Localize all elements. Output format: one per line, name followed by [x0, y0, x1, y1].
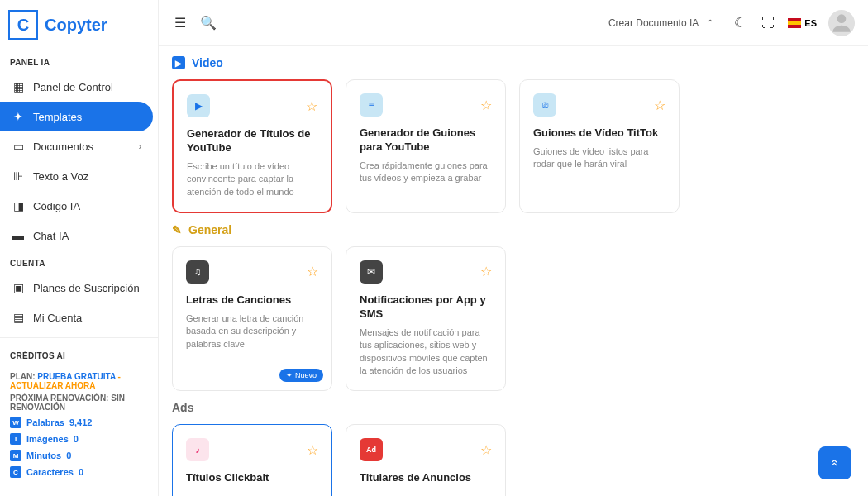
card-notificaciones[interactable]: ✉ ☆ Notificaciones por App y SMS Mensaje… — [346, 246, 506, 391]
star-icon[interactable]: ☆ — [480, 264, 492, 279]
scroll-top-button[interactable]: « — [818, 446, 851, 479]
subscription-icon: ▣ — [12, 281, 25, 294]
logo-text: Copyter — [45, 16, 107, 35]
credit-label: Caracteres — [26, 467, 74, 477]
svg-point-0 — [837, 14, 847, 23]
sidebar-item-chat[interactable]: ▬ Chat IA — [0, 221, 153, 250]
search-icon[interactable]: 🔍 — [200, 15, 217, 31]
credits-block: PLAN: PRUEBA GRATUITA - ACTUALIZAR AHORA… — [0, 365, 158, 484]
plan-prefix: PLAN: — [10, 372, 36, 381]
section-video-header: ▶ Video — [172, 46, 855, 79]
credit-imagenes: I Imágenes 0 — [10, 433, 148, 445]
words-icon: W — [10, 417, 21, 428]
section-general-header: ✎ General — [172, 213, 855, 246]
fullscreen-icon[interactable]: ⛶ — [760, 15, 776, 31]
create-label: Crear Documento IA — [608, 17, 699, 29]
sparkle-icon: ✦ — [286, 371, 293, 379]
logo[interactable]: C Copyter — [0, 0, 158, 50]
images-icon: I — [10, 433, 21, 445]
account-icon: ▤ — [12, 311, 25, 324]
star-icon[interactable]: ☆ — [480, 442, 492, 458]
card-titulares-anuncios[interactable]: Ad ☆ Titulares de Anuncios — [346, 424, 506, 496]
menu-toggle-icon[interactable]: ☰ — [172, 15, 188, 31]
card-title: Notificaciones por App y SMS — [360, 293, 492, 322]
topbar: ☰ 🔍 Crear Documento IA ⌃ ☾ ⛶ ES — [159, 0, 868, 46]
card-tiktok-scripts[interactable]: ⎚ ☆ Guiones de Vídeo TitTok Guiones de v… — [519, 79, 680, 213]
section-label: Ads — [172, 401, 193, 414]
video-cards: ▶ ☆ Generador de Títulos de YouTube Escr… — [172, 79, 855, 213]
credit-value: 0 — [74, 434, 79, 444]
star-icon[interactable]: ☆ — [307, 442, 318, 458]
credit-label: Imágenes — [26, 434, 69, 444]
card-youtube-titles[interactable]: ▶ ☆ Generador de Títulos de YouTube Escr… — [172, 79, 332, 213]
card-desc: Crea rápidamente guiones para tus vídeos… — [360, 160, 492, 185]
templates-icon: ✦ — [12, 110, 25, 123]
credit-caracteres: C Caracteres 0 — [10, 466, 148, 478]
card-title: Generador de Guiones para YouTube — [360, 126, 492, 155]
card-title: Guiones de Vídeo TitTok — [533, 126, 665, 141]
audio-icon: ⊪ — [12, 169, 25, 183]
ads-cards: ♪ ☆ Títulos Clickbait Ad ☆ Titulares de … — [172, 424, 855, 496]
star-icon[interactable]: ☆ — [307, 264, 318, 279]
sidebar-section-panel: PANEL IA — [0, 50, 158, 72]
code-icon: ◨ — [12, 199, 25, 212]
general-cards: ♫ ☆ Letras de Canciones Generar una letr… — [172, 246, 855, 391]
credit-label: Minutos — [26, 451, 61, 460]
avatar[interactable] — [828, 10, 855, 36]
sidebar-item-label: Templates — [33, 111, 82, 123]
card-desc: Generar una letra de canción basada en s… — [186, 312, 318, 351]
message-icon: ✉ — [360, 260, 383, 284]
badge-new: ✦Nuevo — [279, 369, 323, 382]
sidebar-item-texto-voz[interactable]: ⊪ Texto a Voz — [0, 161, 153, 191]
video-section-icon: ▶ — [172, 56, 185, 69]
star-icon[interactable]: ☆ — [654, 98, 665, 113]
pencil-icon: ✎ — [172, 223, 182, 236]
star-icon[interactable]: ☆ — [306, 98, 317, 114]
sidebar-item-label: Chat IA — [33, 230, 69, 242]
documents-icon: ▭ — [12, 140, 25, 153]
sidebar-section-cuenta: CUENTA — [0, 250, 158, 273]
lang-code: ES — [804, 18, 817, 28]
plan-name[interactable]: PRUEBA GRATUITA — [36, 372, 116, 381]
credit-value: 9,412 — [69, 417, 93, 427]
credit-label: Palabras — [26, 417, 64, 427]
section-label: General — [188, 223, 231, 236]
credit-value: 0 — [66, 451, 71, 460]
sidebar-item-micuenta[interactable]: ▤ Mi Cuenta — [0, 303, 153, 332]
chars-icon: C — [10, 466, 21, 478]
theme-toggle-icon[interactable]: ☾ — [732, 15, 748, 31]
sidebar-item-planes[interactable]: ▣ Planes de Suscripción — [0, 273, 153, 303]
divider — [0, 337, 158, 338]
sidebar-item-label: Panel de Control — [33, 81, 113, 93]
main-area: ☰ 🔍 Crear Documento IA ⌃ ☾ ⛶ ES ▶ Video — [159, 0, 868, 496]
credit-minutos: M Minutos 0 — [10, 450, 148, 461]
sidebar-item-codigo[interactable]: ◨ Código IA — [0, 191, 153, 221]
script-icon: ≡ — [360, 93, 383, 117]
credit-palabras: W Palabras 9,412 — [10, 417, 148, 428]
card-title: Generador de Títulos de YouTube — [187, 127, 317, 155]
sidebar-item-label: Código IA — [33, 200, 80, 212]
renewal-text: PRÓXIMA RENOVACIÓN: SIN RENOVACIÓN — [10, 393, 148, 412]
card-title: Títulos Clickbait — [186, 471, 318, 485]
language-selector[interactable]: ES — [788, 18, 817, 28]
content: ▶ Video ▶ ☆ Generador de Títulos de YouT… — [159, 46, 868, 496]
chat-icon: ▬ — [12, 229, 25, 242]
sidebar-section-creditos: CRÉDITOS AI — [0, 343, 158, 365]
star-icon[interactable]: ☆ — [480, 98, 492, 113]
card-clickbait[interactable]: ♪ ☆ Títulos Clickbait — [172, 424, 332, 496]
section-ads-header: Ads — [172, 391, 855, 424]
chevron-up-double-icon: « — [827, 460, 842, 467]
sidebar-item-templates[interactable]: ✦ Templates — [0, 102, 153, 131]
card-title: Titulares de Anuncios — [360, 471, 492, 485]
card-letras-canciones[interactable]: ♫ ☆ Letras de Canciones Generar una letr… — [172, 246, 332, 391]
flag-es-icon — [788, 18, 801, 28]
headphones-icon: ♪ — [186, 438, 209, 461]
sidebar-item-label: Texto a Voz — [33, 170, 88, 183]
youtube-play-icon: ▶ — [187, 94, 210, 117]
create-document-dropdown[interactable]: Crear Documento IA ⌃ — [602, 14, 720, 32]
sidebar-item-documentos[interactable]: ▭ Documentos › — [0, 131, 153, 161]
section-label: Video — [192, 56, 223, 69]
card-youtube-scripts[interactable]: ≡ ☆ Generador de Guiones para YouTube Cr… — [346, 79, 506, 213]
dashboard-icon: ▦ — [12, 80, 25, 93]
sidebar-item-panel-control[interactable]: ▦ Panel de Control — [0, 72, 153, 102]
